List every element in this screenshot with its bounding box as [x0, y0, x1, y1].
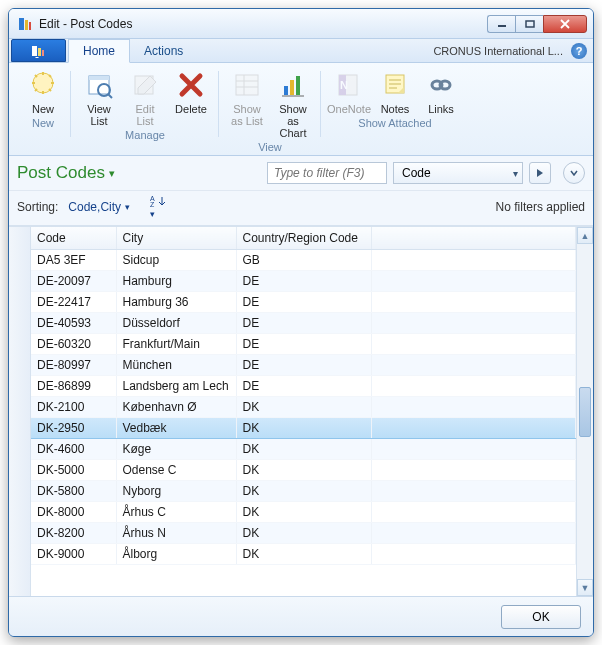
- column-header-country[interactable]: Country/Region Code: [236, 227, 371, 250]
- column-header-empty: [371, 227, 576, 250]
- maximize-button[interactable]: [515, 15, 543, 33]
- filter-input[interactable]: [267, 162, 387, 184]
- table-row[interactable]: DK-5800NyborgDK: [31, 481, 576, 502]
- notes-button[interactable]: Notes: [373, 67, 417, 117]
- table-cell: DK-2950: [31, 418, 116, 439]
- new-icon: [27, 69, 59, 101]
- tab-actions[interactable]: Actions: [130, 39, 197, 62]
- expand-filters-button[interactable]: [563, 162, 585, 184]
- page-title[interactable]: Post Codes ▾: [17, 163, 261, 183]
- showchart-button[interactable]: Showas Chart: [271, 67, 315, 141]
- tab-home[interactable]: Home: [68, 39, 130, 63]
- table-cell: DK: [236, 460, 371, 481]
- ribbon-group-label: Show Attached: [358, 117, 431, 129]
- links-button[interactable]: Links: [419, 67, 463, 117]
- table-cell: Düsseldorf: [116, 313, 236, 334]
- table-row[interactable]: DK-2950VedbækDK: [31, 418, 576, 439]
- sorting-value[interactable]: Code,City ▾: [68, 200, 130, 214]
- table-row[interactable]: DK-5000Odense CDK: [31, 460, 576, 481]
- table-cell: [371, 250, 576, 271]
- scroll-thumb[interactable]: [579, 387, 591, 437]
- svg-rect-0: [19, 18, 24, 30]
- table-cell: [371, 544, 576, 565]
- table-cell: DK: [236, 397, 371, 418]
- close-button[interactable]: [543, 15, 587, 33]
- table-cell: [371, 334, 576, 355]
- svg-text:N: N: [340, 79, 348, 91]
- ribbon-group: ViewListEditListDeleteManage: [71, 67, 219, 153]
- scroll-up-arrow[interactable]: ▲: [577, 227, 593, 244]
- data-grid: Code City Country/Region Code DA5 3EFSid…: [9, 226, 593, 596]
- column-header-city[interactable]: City: [116, 227, 236, 250]
- app-menu-button[interactable]: [11, 39, 66, 62]
- app-window: Edit - Post Codes Home Actions CRO: [8, 8, 594, 637]
- table-row[interactable]: DK-8000Århus CDK: [31, 502, 576, 523]
- svg-rect-10: [89, 76, 109, 80]
- table-row[interactable]: DA5 3EFSidcupGB: [31, 250, 576, 271]
- ribbon-button-label: Links: [428, 103, 454, 115]
- table-cell: DK: [236, 481, 371, 502]
- minimize-button[interactable]: [487, 15, 515, 33]
- ok-button[interactable]: OK: [501, 605, 581, 629]
- filter-field-value: Code: [402, 166, 431, 180]
- table-header-row: Code City Country/Region Code: [31, 227, 576, 250]
- vertical-scrollbar[interactable]: ▲ ▼: [576, 227, 593, 596]
- showlist-icon: [231, 69, 263, 101]
- table-row[interactable]: DK-4600KøgeDK: [31, 439, 576, 460]
- table-cell: DK-8000: [31, 502, 116, 523]
- delete-button[interactable]: Delete: [169, 67, 213, 129]
- filter-bar: Post Codes ▾ Code ▾: [9, 156, 593, 191]
- table-row[interactable]: DE-60320Frankfurt/MainDE: [31, 334, 576, 355]
- table-row[interactable]: DE-40593DüsseldorfDE: [31, 313, 576, 334]
- ribbon-button-label: Delete: [175, 103, 207, 115]
- delete-icon: [175, 69, 207, 101]
- table-row[interactable]: DE-20097HamburgDE: [31, 271, 576, 292]
- column-header-code[interactable]: Code: [31, 227, 116, 250]
- table-row[interactable]: DK-9000ÅlborgDK: [31, 544, 576, 565]
- table-row[interactable]: DE-86899Landsberg am LechDE: [31, 376, 576, 397]
- viewlist-button[interactable]: ViewList: [77, 67, 121, 129]
- sort-direction-button[interactable]: A Z ▾: [150, 195, 168, 219]
- table-cell: DK: [236, 439, 371, 460]
- table-row[interactable]: DK-2100København ØDK: [31, 397, 576, 418]
- table-row[interactable]: DK-8200Århus NDK: [31, 523, 576, 544]
- help-icon[interactable]: ?: [571, 43, 587, 59]
- table-cell: DA5 3EF: [31, 250, 116, 271]
- table-row[interactable]: DE-22417Hamburg 36DE: [31, 292, 576, 313]
- table-cell: DK: [236, 523, 371, 544]
- onenote-button: NOneNote: [327, 67, 371, 117]
- table-cell: Sidcup: [116, 250, 236, 271]
- table-cell: Landsberg am Lech: [116, 376, 236, 397]
- sorting-label: Sorting:: [17, 200, 58, 214]
- table-cell: [371, 460, 576, 481]
- table-cell: GB: [236, 250, 371, 271]
- dialog-footer: OK: [9, 596, 593, 636]
- ribbon-group: NewNew: [15, 67, 71, 153]
- scroll-down-arrow[interactable]: ▼: [577, 579, 593, 596]
- table-cell: DE-40593: [31, 313, 116, 334]
- titlebar: Edit - Post Codes: [9, 9, 593, 39]
- ribbon-group: NOneNoteNotesLinksShow Attached: [321, 67, 469, 153]
- table-cell: Ålborg: [116, 544, 236, 565]
- window-controls: [487, 15, 587, 33]
- app-icon: [17, 16, 33, 32]
- editlist-icon: [129, 69, 161, 101]
- onenote-icon: N: [333, 69, 365, 101]
- table-cell: DK-2100: [31, 397, 116, 418]
- filter-field-dropdown[interactable]: Code ▾: [393, 162, 523, 184]
- filter-go-button[interactable]: [529, 162, 551, 184]
- table-cell: DE-86899: [31, 376, 116, 397]
- table-row[interactable]: DE-80997MünchenDE: [31, 355, 576, 376]
- table-cell: DE: [236, 292, 371, 313]
- table-cell: [371, 355, 576, 376]
- table-cell: DE: [236, 271, 371, 292]
- ribbon-button-label: Showas Chart: [273, 103, 313, 139]
- table-cell: Århus C: [116, 502, 236, 523]
- table-cell: DE-60320: [31, 334, 116, 355]
- table-cell: [371, 271, 576, 292]
- chevron-down-icon: ▾: [125, 202, 130, 212]
- svg-rect-2: [29, 22, 31, 30]
- svg-rect-6: [38, 48, 41, 56]
- new-button[interactable]: New: [21, 67, 65, 117]
- table-cell: [371, 418, 576, 439]
